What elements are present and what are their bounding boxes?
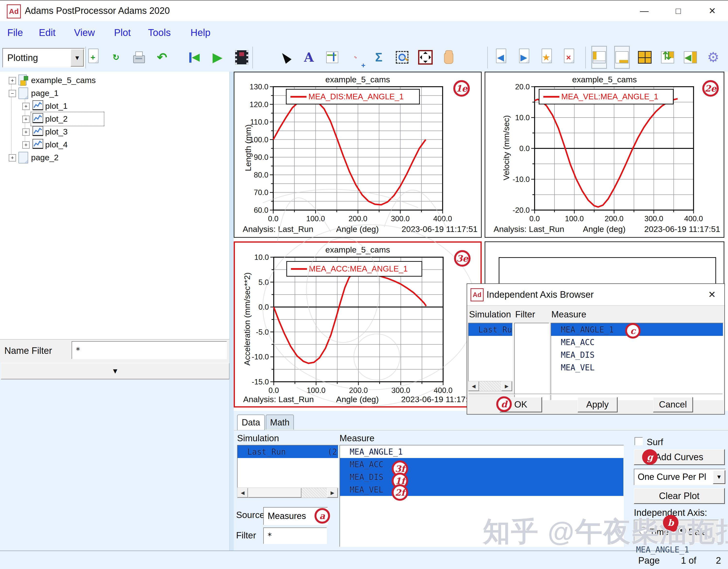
simulation-item[interactable]: Last_Run(2	[238, 445, 338, 458]
model-tree-panel: +example_5_cams−page_1+plot_1+plot_2+plo…	[0, 72, 230, 339]
tab-data[interactable]: Data	[237, 415, 265, 430]
delete-page-icon[interactable]: ×	[561, 46, 576, 68]
radio-data[interactable]	[678, 527, 686, 535]
go-to-start-icon[interactable]: ◀	[187, 46, 202, 68]
clear-plot-button[interactable]: Clear Plot	[634, 488, 725, 504]
zoom-area-icon[interactable]	[395, 46, 410, 68]
sum-curves-icon[interactable]: Σ	[371, 46, 386, 68]
tree-item-plot_1[interactable]: plot_1	[45, 101, 68, 111]
film-animation-icon[interactable]	[234, 46, 249, 68]
layout-left-strip-icon[interactable]	[592, 46, 607, 68]
dialog-simulation-list[interactable]: Last_Ru	[468, 323, 513, 382]
close-button[interactable]: ✕	[701, 0, 723, 21]
panel-splitter[interactable]	[229, 72, 234, 551]
name-filter-input[interactable]	[72, 341, 227, 359]
menu-file[interactable]: File	[7, 21, 23, 44]
plot-panel-1[interactable]: example_5_camsLength (mm)0.0100.0200.030…	[234, 72, 482, 238]
chart-icon	[33, 100, 43, 111]
reload-icon[interactable]: ↻	[108, 46, 124, 68]
chevron-down-icon[interactable]: ▼	[713, 470, 725, 484]
minimize-button[interactable]: —	[633, 0, 655, 21]
curve-edit-icon[interactable]: ∿	[348, 46, 363, 68]
surf-label: Surf	[647, 437, 663, 447]
toolbar-separator	[487, 47, 488, 68]
tree-item-plot_2[interactable]: plot_2	[45, 114, 68, 124]
layout-grid-icon[interactable]	[637, 46, 652, 68]
dialog-apply-button[interactable]: Apply	[578, 397, 617, 412]
surf-checkbox[interactable]	[635, 437, 643, 445]
tree-expand-icon[interactable]: +	[22, 141, 30, 149]
filter-input[interactable]	[263, 527, 327, 544]
tree-item-page_1[interactable]: page_1	[31, 88, 58, 98]
svg-text:60.0: 60.0	[254, 206, 268, 214]
undo-icon[interactable]: ↶	[155, 46, 170, 68]
plot-panel-2[interactable]: example_5_camsVelocity (mm/sec)0.0100.02…	[485, 72, 724, 238]
measure-item[interactable]: MEA_DIS	[340, 471, 623, 483]
dialog-simulation-item[interactable]: Last_Ru	[469, 323, 512, 336]
chevron-down-icon[interactable]: ▼	[71, 49, 84, 67]
dialog-measure-item[interactable]: MEA_ACC	[551, 336, 723, 349]
menu-tools[interactable]: Tools	[148, 21, 171, 44]
plot-legend: MEA_ACC:MEA_ANGLE_1	[286, 261, 422, 276]
radio-time[interactable]	[639, 527, 647, 535]
text-tool-icon[interactable]: A	[301, 46, 316, 68]
svg-text:90.0: 90.0	[254, 153, 268, 161]
dialog-cancel-button[interactable]: Cancel	[653, 397, 693, 412]
settings-gear-icon[interactable]: ⚙	[706, 46, 721, 68]
scroll-left-icon[interactable]: ◀	[468, 381, 479, 391]
measure-item[interactable]: MEA_VEL	[340, 483, 623, 496]
play-animation-icon[interactable]: ▶	[210, 46, 225, 68]
tree-collapse-icon[interactable]: −	[9, 90, 16, 97]
curve-MEA_DIS:MEA_ANGLE_1	[273, 100, 426, 205]
annotation-2e: 2e	[702, 80, 719, 97]
scroll-left-icon[interactable]: ◀	[237, 488, 248, 498]
dialog-measure-item[interactable]: MEA_VEL	[551, 361, 723, 374]
simulation-list[interactable]: Last_Run(2	[237, 445, 339, 488]
svg-text:400.0: 400.0	[684, 214, 703, 223]
simulation-scrollbar[interactable]: ◀ ▶	[237, 488, 338, 498]
menu-view[interactable]: View	[74, 21, 95, 44]
scroll-right-icon[interactable]: ▶	[327, 488, 338, 498]
tree-expand-icon[interactable]: +	[22, 128, 30, 136]
new-analysis-icon[interactable]: +	[85, 46, 100, 68]
title-bar: Ad Adams PostProcessor Adams 2020 — □ ✕	[0, 0, 728, 21]
tree-expand-icon[interactable]: +	[22, 116, 30, 123]
measure-list[interactable]: MEA_ANGLE_1MEA_ACCMEA_DISMEA_VEL	[339, 445, 624, 547]
select-cursor-icon[interactable]	[278, 46, 293, 68]
menu-help[interactable]: Help	[190, 21, 210, 44]
plot-panel-3[interactable]: example_5_camsAcceleration (mm/sec**2)0.…	[234, 241, 482, 408]
menu-plot[interactable]: Plot	[114, 21, 131, 44]
layout-shift-left-icon[interactable]: ◀	[683, 46, 698, 68]
tree-item-plot_3[interactable]: plot_3	[45, 127, 68, 136]
tree-item-plot_4[interactable]: plot_4	[45, 140, 68, 149]
fit-view-icon[interactable]	[418, 46, 433, 68]
pan-hand-icon[interactable]	[441, 46, 456, 68]
dialog-separator	[469, 394, 722, 395]
plot-template-icon[interactable]	[325, 46, 340, 68]
annotation-d: d	[496, 396, 512, 412]
mode-selector-dropdown[interactable]: Plotting ▼	[2, 48, 85, 67]
curve-mode-dropdown[interactable]: One Curve Per Pl ▼	[634, 469, 726, 485]
tree-collapse-button[interactable]: ▼	[1, 363, 230, 379]
dialog-filter-input[interactable]	[514, 323, 549, 400]
scroll-right-icon[interactable]: ▶	[501, 381, 512, 391]
dialog-close-icon[interactable]: ✕	[703, 284, 720, 305]
layout-swap-icon[interactable]: ⇅	[660, 46, 675, 68]
measure-item[interactable]: MEA_ANGLE_1	[340, 445, 623, 458]
next-page-icon[interactable]: ▶	[516, 46, 531, 68]
maximize-button[interactable]: □	[667, 0, 689, 21]
dialog-simulation-scrollbar[interactable]: ◀ ▶	[468, 381, 512, 391]
tab-math[interactable]: Math	[266, 415, 294, 430]
previous-page-icon[interactable]: ◀	[493, 46, 508, 68]
tree-expand-icon[interactable]: +	[9, 77, 16, 84]
tree-item-page_2[interactable]: page_2	[31, 153, 58, 162]
measure-item[interactable]: MEA_ACC	[340, 458, 623, 471]
dialog-measure-item[interactable]: MEA_DIS	[551, 349, 723, 361]
tree-expand-icon[interactable]: +	[22, 103, 30, 110]
layout-bottom-strip-icon[interactable]	[614, 46, 629, 68]
tree-expand-icon[interactable]: +	[9, 154, 16, 161]
new-page-icon[interactable]: ★	[539, 46, 554, 68]
print-icon[interactable]	[132, 46, 147, 68]
menu-edit[interactable]: Edit	[39, 21, 56, 44]
tree-item-example_5_cams[interactable]: example_5_cams	[31, 75, 96, 85]
